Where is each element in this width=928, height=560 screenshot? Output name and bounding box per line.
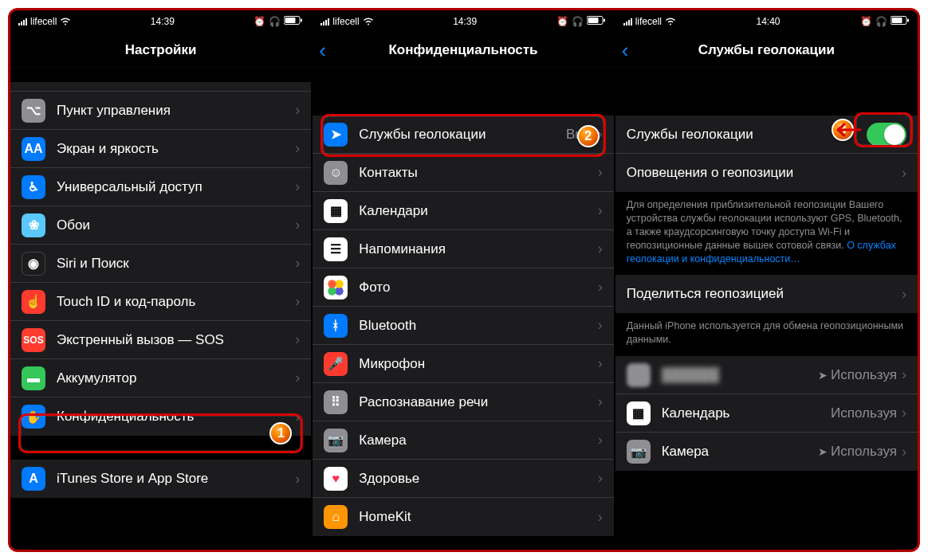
settings-panel: lifecell 14:39 ⏰ 🎧 Настройки ⌥Пункт упра…: [10, 10, 313, 550]
list-row[interactable]: ⌥Пункт управления›: [10, 92, 311, 130]
page-title: Конфиденциальность: [388, 42, 537, 58]
chevron-right-icon: ›: [295, 102, 300, 119]
row-label: Контакты: [359, 165, 597, 181]
list-row[interactable]: ⠿Распознавание речи›: [313, 383, 613, 421]
wifi-icon: [665, 18, 676, 25]
svg-rect-7: [907, 19, 909, 22]
row-icon: ❀: [22, 213, 45, 237]
row-label: Bluetooth: [359, 318, 597, 334]
row-label: Фото: [359, 280, 597, 296]
list-row[interactable]: ❀Обои›: [10, 206, 311, 245]
chevron-right-icon: ›: [295, 293, 300, 310]
row-icon: ▦: [324, 199, 348, 223]
list-row[interactable]: 📷Камера➤Используя›: [615, 433, 918, 471]
list-row[interactable]: 🎤Микрофон›: [313, 345, 613, 383]
row-icon: ✋: [22, 405, 45, 429]
page-title: Настройки: [125, 42, 197, 58]
row-label: Универсальный доступ: [57, 179, 295, 195]
row-label: Аккумулятор: [57, 370, 295, 386]
list-row[interactable]: ⌂HomeKit›: [313, 498, 613, 536]
location-arrow-icon: ➤: [818, 445, 828, 458]
back-button[interactable]: ‹: [319, 40, 326, 61]
list-row[interactable]: ▬Аккумулятор›: [10, 359, 311, 397]
row-icon: ▦: [627, 401, 651, 425]
location-services-toggle[interactable]: [867, 123, 906, 147]
alarm-icon: ⏰: [254, 16, 265, 27]
list-row[interactable]: AAЭкран и яркость›: [10, 130, 311, 168]
list-row[interactable]: ♥Здоровье›: [313, 460, 613, 498]
list-row[interactable]: ▦Календари›: [313, 192, 613, 230]
list-row[interactable]: ➤Службы геолокацииВкл.›: [313, 116, 613, 154]
row-label: iTunes Store и App Store: [57, 471, 295, 487]
location-alerts-row[interactable]: Оповещения о геопозиции ›: [615, 154, 918, 192]
list-row[interactable]: 📷Камера›: [313, 421, 613, 460]
row-detail: Используя: [831, 405, 897, 421]
list-row[interactable]: ᚼBluetooth›: [313, 307, 613, 345]
row-label: Здоровье: [359, 471, 597, 487]
row-icon: ⌥: [22, 99, 45, 123]
list-row[interactable]: AiTunes Store и App Store›: [10, 460, 311, 498]
chevron-right-icon: ›: [902, 366, 906, 383]
row-label: Пункт управления: [57, 103, 295, 119]
chevron-right-icon: ›: [598, 394, 603, 410]
row-label: Службы геолокации: [627, 127, 867, 143]
row-icon: ⠿: [324, 390, 348, 414]
row-label: Распознавание речи: [359, 394, 597, 410]
location-arrow-icon: ➤: [818, 369, 828, 382]
list-row[interactable]: Фото›: [313, 268, 613, 307]
chevron-right-icon: ›: [598, 241, 603, 257]
row-icon: ☺: [324, 161, 348, 185]
carrier-label: lifecell: [30, 16, 57, 27]
nav-header: ‹ Конфиденциальность: [313, 33, 613, 68]
row-label: Напоминания: [359, 241, 597, 257]
chevron-right-icon: ›: [902, 444, 906, 460]
chevron-right-icon: ›: [598, 509, 603, 526]
row-icon: ☝: [22, 290, 45, 314]
row-icon: AA: [22, 137, 45, 161]
list-row[interactable]: ◉Siri и Поиск›: [10, 245, 311, 283]
row-icon: ◉: [22, 252, 45, 276]
row-label: Службы геолокации: [359, 127, 566, 143]
privacy-panel: lifecell 14:39 ⏰ 🎧 ‹ Конфиденциальность …: [313, 10, 615, 550]
headphones-icon: 🎧: [875, 16, 887, 27]
carrier-label: lifecell: [332, 16, 359, 27]
list-row-partial: [10, 82, 311, 92]
row-icon: 📷: [627, 440, 651, 464]
list-row[interactable]: ☰Напоминания›: [313, 230, 613, 268]
list-row[interactable]: ☺Контакты›: [313, 154, 613, 192]
share-location-row[interactable]: Поделиться геопозицией ›: [615, 275, 918, 313]
row-label: Оповещения о геопозиции: [627, 165, 902, 181]
row-label: ██████: [662, 367, 818, 383]
row-label: Календари: [359, 203, 597, 219]
alarm-icon: ⏰: [860, 16, 872, 27]
list-row[interactable]: ▦КалендарьИспользуя›: [615, 394, 918, 433]
location-services-panel: lifecell 14:40 ⏰ 🎧 ‹ Службы геолокации С…: [615, 10, 918, 550]
row-icon: ⌂: [324, 505, 348, 529]
alarm-icon: ⏰: [556, 16, 568, 27]
list-row[interactable]: ♿︎Универсальный доступ›: [10, 168, 311, 206]
list-row[interactable]: ██████➤Используя›: [615, 356, 918, 394]
chevron-right-icon: ›: [902, 405, 906, 421]
svg-rect-2: [285, 18, 296, 23]
chevron-right-icon: ›: [598, 317, 603, 334]
chevron-right-icon: ›: [598, 432, 603, 448]
list-row[interactable]: ✋Конфиденциальность›: [10, 397, 311, 436]
battery-icon: [587, 16, 606, 27]
location-services-toggle-row[interactable]: Службы геолокации: [615, 116, 918, 154]
row-icon: SOS: [22, 328, 45, 352]
row-label: Камера: [662, 444, 818, 460]
row-label: Siri и Поиск: [57, 256, 295, 272]
back-button[interactable]: ‹: [622, 40, 629, 61]
row-label: Камера: [359, 433, 597, 448]
status-bar: lifecell 14:39 ⏰ 🎧: [313, 10, 613, 33]
headphones-icon: 🎧: [572, 16, 584, 27]
row-detail: Используя: [831, 367, 897, 383]
row-label: Обои: [57, 217, 295, 233]
list-row[interactable]: SOSЭкстренный вызов — SOS›: [10, 321, 311, 359]
chevron-right-icon: ›: [598, 279, 603, 296]
info-text: Для определения приблизительной геопозиц…: [615, 192, 918, 275]
row-label: Экстренный вызов — SOS: [57, 332, 295, 348]
list-row[interactable]: ☝Touch ID и код-пароль›: [10, 283, 311, 321]
row-label: Календарь: [662, 405, 831, 421]
chevron-right-icon: ›: [902, 286, 906, 303]
